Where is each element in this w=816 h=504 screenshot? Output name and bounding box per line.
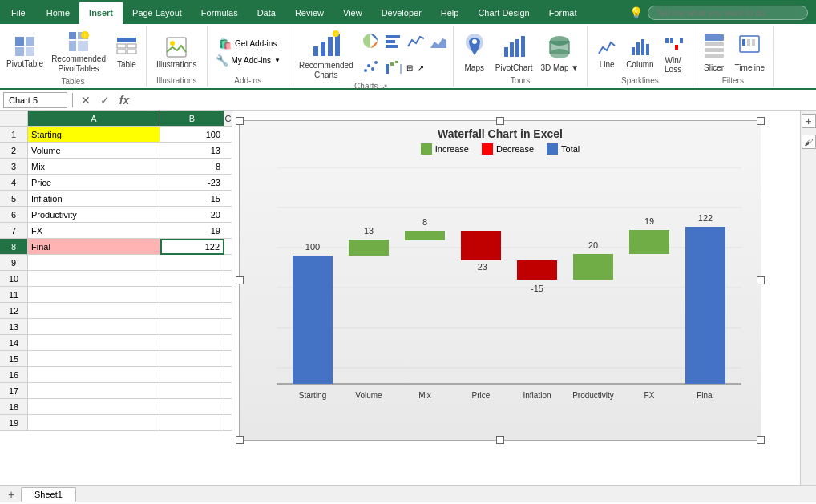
add-element-button[interactable]: + xyxy=(802,114,816,128)
timeline-button[interactable]: Timeline xyxy=(732,30,768,74)
style-button[interactable]: 🖌 xyxy=(802,135,816,149)
cell-b16[interactable] xyxy=(160,367,224,383)
cell-c14[interactable] xyxy=(224,335,232,351)
col-header-b[interactable]: B xyxy=(160,111,224,127)
cell-b17[interactable] xyxy=(160,383,224,399)
cell-a3[interactable]: Mix xyxy=(28,159,160,175)
cell-b9[interactable] xyxy=(160,255,224,271)
bar-final[interactable] xyxy=(685,227,725,384)
get-addins-button[interactable]: 🛍️ Get Add-ins xyxy=(216,36,280,51)
area-chart-button[interactable] xyxy=(427,30,448,53)
cell-b13[interactable] xyxy=(160,319,224,335)
table-button[interactable]: Table xyxy=(111,33,143,71)
bar-productivity[interactable] xyxy=(573,254,613,280)
cell-c7[interactable] xyxy=(224,223,232,239)
handle-bottom-center[interactable] xyxy=(496,436,504,444)
cell-b3[interactable]: 8 xyxy=(160,159,224,175)
cell-c3[interactable] xyxy=(224,159,232,175)
cell-a19[interactable] xyxy=(28,415,160,431)
more-charts-button[interactable]: ⊞ xyxy=(405,56,414,79)
cell-b6[interactable]: 20 xyxy=(160,207,224,223)
cell-a4[interactable]: Price xyxy=(28,175,160,191)
tab-home[interactable]: Home xyxy=(37,2,79,24)
cell-c15[interactable] xyxy=(224,351,232,367)
charts-expand-icon[interactable]: ↗ xyxy=(382,83,388,91)
bar-price[interactable] xyxy=(461,231,501,260)
pivot-table-button[interactable]: PivotTable xyxy=(3,32,46,71)
cell-c18[interactable] xyxy=(224,399,232,415)
pivot-chart-button[interactable]: PivotChart xyxy=(492,30,536,74)
cell-b18[interactable] xyxy=(160,399,224,415)
cancel-formula-button[interactable]: ✕ xyxy=(78,92,94,108)
cell-a16[interactable] xyxy=(28,367,160,383)
cell-a9[interactable] xyxy=(28,255,160,271)
maps-button[interactable]: Maps xyxy=(458,30,491,74)
3d-map-button[interactable]: 3D Map ▼ xyxy=(537,30,582,74)
bar-chart-button[interactable] xyxy=(382,30,403,53)
bar-inflation[interactable] xyxy=(517,260,557,280)
cell-c6[interactable] xyxy=(224,207,232,223)
add-sheet-button[interactable]: + xyxy=(3,487,19,502)
cell-a5[interactable]: Inflation xyxy=(28,191,160,207)
cell-b11[interactable] xyxy=(160,287,224,303)
tab-chart-design[interactable]: Chart Design xyxy=(468,2,539,24)
handle-bottom-right[interactable] xyxy=(757,436,765,444)
tab-formulas[interactable]: Formulas xyxy=(192,2,248,24)
tab-format[interactable]: Format xyxy=(539,2,587,24)
tab-developer[interactable]: Developer xyxy=(372,2,431,24)
line-chart-button[interactable] xyxy=(405,30,426,53)
confirm-formula-button[interactable]: ✓ xyxy=(97,92,113,108)
column-sparkline-button[interactable]: Column xyxy=(623,33,656,71)
cell-c19[interactable] xyxy=(224,415,232,431)
waterfall-chart-button[interactable] xyxy=(382,56,403,79)
line-sparkline-button[interactable]: Line xyxy=(592,33,621,71)
handle-top-center[interactable] xyxy=(496,117,504,125)
cell-b7[interactable]: 19 xyxy=(160,223,224,239)
bar-starting[interactable] xyxy=(293,256,333,384)
cell-b10[interactable] xyxy=(160,271,224,287)
tab-page-layout[interactable]: Page Layout xyxy=(123,2,192,24)
cell-a6[interactable]: Productivity xyxy=(28,207,160,223)
recommended-charts-button[interactable]: ! RecommendedCharts xyxy=(294,27,358,82)
sheet-tab-sheet1[interactable]: Sheet1 xyxy=(21,487,76,502)
recommended-pivot-tables-button[interactable]: ! RecommendedPivotTables xyxy=(48,27,109,75)
cell-a13[interactable] xyxy=(28,319,160,335)
cell-b12[interactable] xyxy=(160,303,224,319)
cell-b4[interactable]: -23 xyxy=(160,175,224,191)
cell-c11[interactable] xyxy=(224,287,232,303)
bar-volume[interactable] xyxy=(349,240,389,256)
handle-middle-right[interactable] xyxy=(757,276,765,284)
cell-c13[interactable] xyxy=(224,319,232,335)
cell-c9[interactable] xyxy=(224,255,232,271)
handle-middle-left[interactable] xyxy=(236,276,244,284)
cell-a17[interactable] xyxy=(28,383,160,399)
tab-review[interactable]: Review xyxy=(285,2,333,24)
cell-a2[interactable]: Volume xyxy=(28,143,160,159)
name-box[interactable]: Chart 5 xyxy=(3,92,67,108)
scatter-chart-button[interactable] xyxy=(360,56,381,79)
cell-c2[interactable] xyxy=(224,143,232,159)
cell-c10[interactable] xyxy=(224,271,232,287)
cell-c1[interactable] xyxy=(224,127,232,143)
cell-c8[interactable] xyxy=(224,239,232,255)
cell-a14[interactable] xyxy=(28,335,160,351)
chart-container[interactable]: Waterfall Chart in Excel Increase Decrea… xyxy=(239,120,761,441)
charts-expand-button[interactable]: ↗ xyxy=(416,56,426,79)
cell-b8[interactable]: 122 xyxy=(160,239,224,255)
bar-mix[interactable] xyxy=(405,231,445,240)
cell-c12[interactable] xyxy=(224,303,232,319)
handle-top-left[interactable] xyxy=(236,117,244,125)
cell-b19[interactable] xyxy=(160,415,224,431)
cell-b15[interactable] xyxy=(160,351,224,367)
bar-fx[interactable] xyxy=(629,230,669,254)
col-header-a[interactable]: A xyxy=(28,111,160,127)
tab-insert[interactable]: Insert xyxy=(79,2,123,24)
tell-me-input[interactable] xyxy=(648,6,808,20)
col-header-c[interactable]: C xyxy=(224,111,232,127)
cell-c17[interactable] xyxy=(224,383,232,399)
slicer-button[interactable]: Slicer xyxy=(698,30,730,74)
handle-top-right[interactable] xyxy=(757,117,765,125)
cell-b1[interactable]: 100 xyxy=(160,127,224,143)
illustrations-button[interactable]: Illustrations xyxy=(151,33,202,71)
tab-view[interactable]: View xyxy=(333,2,372,24)
